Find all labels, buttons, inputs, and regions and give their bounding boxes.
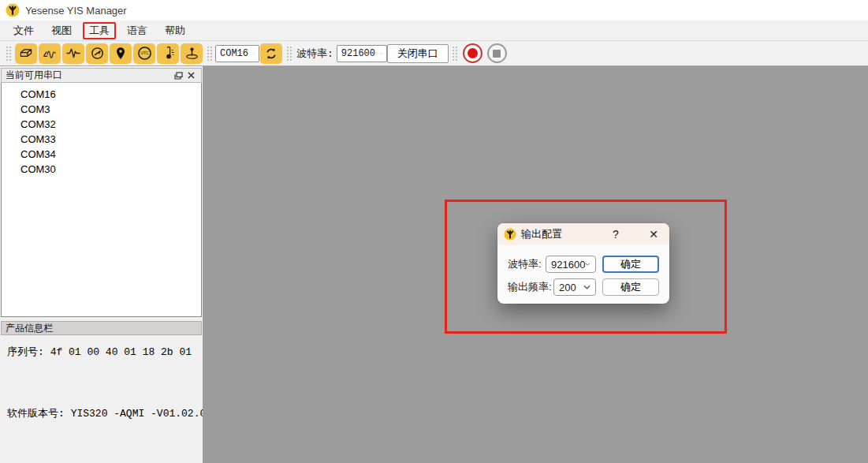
float-panel-button[interactable] xyxy=(172,69,184,81)
refresh-ports-button[interactable] xyxy=(260,43,282,64)
temperature-button[interactable] xyxy=(157,43,179,64)
port-list-item[interactable]: COM32 xyxy=(2,117,201,132)
toolbar-grip-handle[interactable] xyxy=(207,45,212,62)
dialog-close-button[interactable]: ✕ xyxy=(646,226,661,242)
menu-bar: 文件 视图 工具 语言 帮助 xyxy=(0,21,868,41)
left-dock-panel: 当前可用串口 COM16 COM3 COM32 CO xyxy=(0,66,203,463)
baud-rate-select[interactable]: 921600 xyxy=(337,45,387,62)
software-version-value: YIS320 -AQMI -V01.02.03; xyxy=(71,408,218,420)
stop-icon xyxy=(493,50,501,58)
close-serial-port-button[interactable]: 关闭串口 xyxy=(387,44,449,63)
window-title: Yesense YIS Manager xyxy=(25,5,127,17)
gauge-button[interactable] xyxy=(86,43,108,64)
output-config-dialog: 输出配置 ? ✕ 波特率: 921600 确定 xyxy=(497,223,669,304)
toolbar: UTC COM16 xyxy=(0,41,868,66)
app-logo-icon xyxy=(6,3,20,17)
baud-rate-row: 波特率: 921600 确定 xyxy=(508,256,659,273)
location-pin-icon xyxy=(114,47,128,61)
port-list-item[interactable]: COM3 xyxy=(2,102,201,117)
close-panel-button[interactable] xyxy=(184,69,197,81)
output-rate-row: 输出频率: 200 确定 xyxy=(508,278,659,296)
baud-confirm-button[interactable]: 确定 xyxy=(602,256,659,273)
dialog-help-button[interactable]: ? xyxy=(608,226,624,242)
menu-tools[interactable]: 工具 xyxy=(83,22,116,39)
ports-panel-header: 当前可用串口 xyxy=(1,68,202,83)
record-icon xyxy=(468,48,478,58)
product-info-title: 产品信息栏 xyxy=(6,322,53,335)
view-3d-button[interactable] xyxy=(15,43,37,64)
product-info-header: 产品信息栏 xyxy=(1,321,202,335)
dialog-baud-select[interactable]: 921600 xyxy=(546,256,596,273)
toolbar-grip-handle[interactable] xyxy=(452,45,457,62)
menu-help[interactable]: 帮助 xyxy=(158,22,192,39)
workspace: 输出配置 ? ✕ 波特率: 921600 确定 xyxy=(203,66,868,463)
utc-time-button[interactable]: UTC xyxy=(133,43,155,64)
dialog-baud-label: 波特率: xyxy=(508,257,542,271)
thermometer-icon xyxy=(161,46,176,61)
close-icon xyxy=(188,72,195,79)
chevron-down-icon xyxy=(585,262,590,267)
wave-angle-icon xyxy=(42,47,58,60)
menu-file[interactable]: 文件 xyxy=(7,22,40,39)
joystick-button[interactable] xyxy=(181,43,203,64)
product-info-area: 序列号: 4f 01 00 40 01 18 2b 01 软件版本号: YIS3… xyxy=(1,335,202,463)
port-select[interactable]: COM16 xyxy=(215,45,259,62)
toolbar-grip-handle[interactable] xyxy=(6,45,11,62)
chevron-down-icon xyxy=(583,285,590,289)
dialog-output-rate-value: 200 xyxy=(559,282,576,293)
dialog-output-rate-select[interactable]: 200 xyxy=(553,278,596,296)
output-rate-confirm-button[interactable]: 确定 xyxy=(602,278,659,296)
software-version-line: 软件版本号: YIS320 -AQMI -V01.02.03; xyxy=(7,406,196,420)
chevron-down-icon xyxy=(253,51,255,56)
ports-panel-title: 当前可用串口 xyxy=(6,69,62,82)
toolbar-grip-handle[interactable] xyxy=(286,45,292,62)
waveform-button[interactable] xyxy=(62,43,84,64)
serial-port-list: COM16 COM3 COM32 COM33 COM34 COM30 xyxy=(1,83,202,317)
dialog-baud-value: 921600 xyxy=(551,259,585,271)
dialog-title-bar: 输出配置 ? ✕ xyxy=(497,223,669,245)
gauge-icon xyxy=(90,46,105,61)
baud-rate-label: 波特率: xyxy=(296,47,333,61)
port-list-item[interactable]: COM16 xyxy=(2,87,201,102)
svg-text:UTC: UTC xyxy=(140,50,149,55)
baud-rate-value: 921600 xyxy=(341,48,375,59)
port-list-item[interactable]: COM34 xyxy=(2,147,201,162)
dialog-title: 输出配置 xyxy=(521,227,603,241)
software-version-label: 软件版本号: xyxy=(7,408,65,420)
serial-number-line: 序列号: 4f 01 00 40 01 18 2b 01 xyxy=(7,345,196,359)
menu-language[interactable]: 语言 xyxy=(121,22,154,39)
app-logo-icon xyxy=(504,228,516,241)
chevron-down-icon xyxy=(380,51,382,56)
port-list-item[interactable]: COM30 xyxy=(2,162,201,177)
joystick-icon xyxy=(184,46,199,61)
menu-view[interactable]: 视图 xyxy=(45,22,78,39)
angle-wave-button[interactable] xyxy=(39,43,61,64)
cube-3d-icon xyxy=(18,47,34,60)
refresh-icon xyxy=(264,47,278,61)
dialog-body: 波特率: 921600 确定 输出频率: 200 xyxy=(497,245,669,296)
float-window-icon xyxy=(174,72,183,80)
dialog-output-rate-label: 输出频率: xyxy=(508,280,552,294)
location-button[interactable] xyxy=(110,43,132,64)
stop-button[interactable] xyxy=(487,43,507,63)
title-bar: Yesense YIS Manager xyxy=(0,0,868,21)
utc-clock-icon: UTC xyxy=(137,46,152,61)
waveform-icon xyxy=(65,47,81,60)
record-button[interactable] xyxy=(463,43,482,63)
port-list-item[interactable]: COM33 xyxy=(2,132,201,147)
app-window: Yesense YIS Manager 文件 视图 工具 语言 帮助 xyxy=(0,0,868,463)
port-select-value: COM16 xyxy=(220,48,248,59)
serial-number-value: 4f 01 00 40 01 18 2b 01 xyxy=(50,346,192,358)
serial-number-label: 序列号: xyxy=(7,346,44,358)
